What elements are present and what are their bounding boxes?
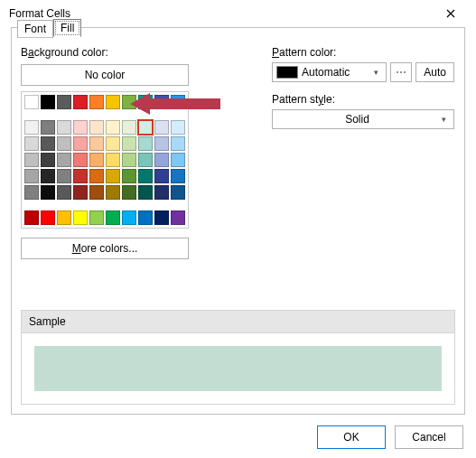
color-swatch[interactable] bbox=[154, 153, 169, 167]
color-swatch[interactable] bbox=[171, 136, 185, 151]
color-swatch[interactable] bbox=[106, 210, 120, 225]
color-swatch[interactable] bbox=[41, 136, 55, 151]
color-swatch[interactable] bbox=[138, 95, 153, 109]
color-swatch[interactable] bbox=[122, 120, 136, 135]
color-swatch[interactable] bbox=[24, 210, 39, 225]
color-swatch[interactable] bbox=[73, 153, 88, 167]
color-swatch[interactable] bbox=[24, 136, 39, 151]
color-swatch[interactable] bbox=[171, 185, 185, 200]
color-swatch[interactable] bbox=[57, 95, 71, 109]
color-swatch[interactable] bbox=[154, 136, 169, 151]
color-swatch[interactable] bbox=[41, 169, 55, 183]
color-swatch[interactable] bbox=[41, 210, 55, 225]
color-swatch[interactable] bbox=[89, 120, 104, 135]
close-icon bbox=[446, 9, 455, 18]
no-color-button[interactable]: No color bbox=[21, 64, 189, 86]
color-swatch[interactable] bbox=[89, 136, 104, 151]
color-swatch[interactable] bbox=[57, 169, 71, 183]
right-column: Pattern color: Automatic ▾ ⋯ Auto Patter… bbox=[272, 46, 454, 129]
color-swatch[interactable] bbox=[73, 136, 88, 151]
tab-font[interactable]: Font bbox=[17, 20, 53, 38]
left-column: Background color: No color More colors..… bbox=[21, 46, 229, 259]
color-swatch[interactable] bbox=[41, 185, 55, 200]
color-swatch[interactable] bbox=[73, 210, 88, 225]
color-swatch[interactable] bbox=[122, 153, 136, 167]
pattern-color-label: Pattern color: bbox=[272, 46, 454, 59]
color-swatch[interactable] bbox=[89, 185, 104, 200]
color-swatch[interactable] bbox=[171, 120, 185, 135]
sample-preview bbox=[34, 346, 442, 391]
color-swatch[interactable] bbox=[138, 136, 153, 151]
color-swatch[interactable] bbox=[154, 95, 169, 109]
color-swatch[interactable] bbox=[57, 210, 71, 225]
color-swatch[interactable] bbox=[73, 185, 88, 200]
color-swatch[interactable] bbox=[57, 136, 71, 151]
chevron-down-icon: ▾ bbox=[370, 68, 382, 77]
color-swatch[interactable] bbox=[138, 210, 153, 225]
color-swatch[interactable] bbox=[122, 136, 136, 151]
ok-button[interactable]: OK bbox=[317, 425, 386, 449]
color-swatch[interactable] bbox=[24, 153, 39, 167]
color-swatch[interactable] bbox=[73, 169, 88, 183]
color-swatch[interactable] bbox=[24, 120, 39, 135]
pattern-style-label: Pattern style: bbox=[272, 93, 454, 106]
pattern-style-dropdown[interactable]: Solid ▾ bbox=[272, 109, 454, 129]
color-swatch[interactable] bbox=[138, 185, 153, 200]
sample-label: Sample bbox=[22, 311, 454, 333]
color-swatch[interactable] bbox=[73, 120, 88, 135]
pattern-color-auto-button[interactable]: Auto bbox=[415, 62, 454, 82]
color-swatch[interactable] bbox=[106, 169, 120, 183]
more-colors-button[interactable]: More colors... bbox=[21, 238, 189, 259]
pattern-style-value: Solid bbox=[276, 113, 438, 126]
color-swatch[interactable] bbox=[171, 169, 185, 183]
dialog-footer: OK Cancel bbox=[317, 425, 463, 449]
color-swatch[interactable] bbox=[106, 153, 120, 167]
color-swatch[interactable] bbox=[89, 210, 104, 225]
color-swatch[interactable] bbox=[171, 210, 185, 225]
color-swatch[interactable] bbox=[41, 153, 55, 167]
pattern-color-dropdown[interactable]: Automatic ▾ bbox=[272, 62, 387, 82]
pattern-color-picker-button[interactable]: ⋯ bbox=[390, 62, 412, 82]
color-swatch[interactable] bbox=[57, 120, 71, 135]
color-swatch[interactable] bbox=[73, 95, 88, 109]
window-title: Format Cells bbox=[9, 7, 70, 20]
pattern-color-value: Automatic bbox=[298, 66, 370, 79]
color-swatch[interactable] bbox=[171, 153, 185, 167]
color-swatch[interactable] bbox=[154, 120, 169, 135]
color-swatch[interactable] bbox=[138, 169, 153, 183]
pattern-color-swatch bbox=[276, 66, 298, 79]
color-swatch[interactable] bbox=[41, 120, 55, 135]
color-swatch[interactable] bbox=[122, 185, 136, 200]
dialog-client-area: Font Fill Background color: No color Mor… bbox=[11, 27, 465, 415]
color-swatch[interactable] bbox=[106, 95, 120, 109]
color-swatch[interactable] bbox=[24, 169, 39, 183]
color-swatch[interactable] bbox=[154, 185, 169, 200]
color-swatch[interactable] bbox=[57, 185, 71, 200]
color-palette bbox=[21, 91, 189, 229]
color-swatch[interactable] bbox=[138, 153, 153, 167]
color-swatch[interactable] bbox=[57, 153, 71, 167]
color-swatch[interactable] bbox=[122, 169, 136, 183]
color-swatch[interactable] bbox=[122, 210, 136, 225]
color-swatch[interactable] bbox=[106, 185, 120, 200]
color-swatch[interactable] bbox=[89, 169, 104, 183]
tab-fill[interactable]: Fill bbox=[53, 19, 81, 37]
color-swatch[interactable] bbox=[138, 120, 153, 135]
chevron-down-icon: ▾ bbox=[438, 115, 450, 124]
color-swatch[interactable] bbox=[24, 185, 39, 200]
color-swatch[interactable] bbox=[122, 95, 136, 109]
cancel-button[interactable]: Cancel bbox=[395, 425, 463, 449]
close-button[interactable] bbox=[433, 1, 469, 26]
background-color-label: Background color: bbox=[21, 46, 229, 59]
sample-frame: Sample bbox=[21, 310, 455, 405]
color-swatch[interactable] bbox=[89, 95, 104, 109]
color-swatch[interactable] bbox=[89, 153, 104, 167]
color-swatch[interactable] bbox=[154, 210, 169, 225]
color-swatch[interactable] bbox=[24, 95, 39, 109]
color-swatch[interactable] bbox=[106, 136, 120, 151]
color-swatch[interactable] bbox=[106, 120, 120, 135]
color-swatch[interactable] bbox=[154, 169, 169, 183]
color-swatch[interactable] bbox=[41, 95, 55, 109]
tab-strip: Font Fill bbox=[17, 19, 81, 37]
color-swatch[interactable] bbox=[171, 95, 185, 109]
